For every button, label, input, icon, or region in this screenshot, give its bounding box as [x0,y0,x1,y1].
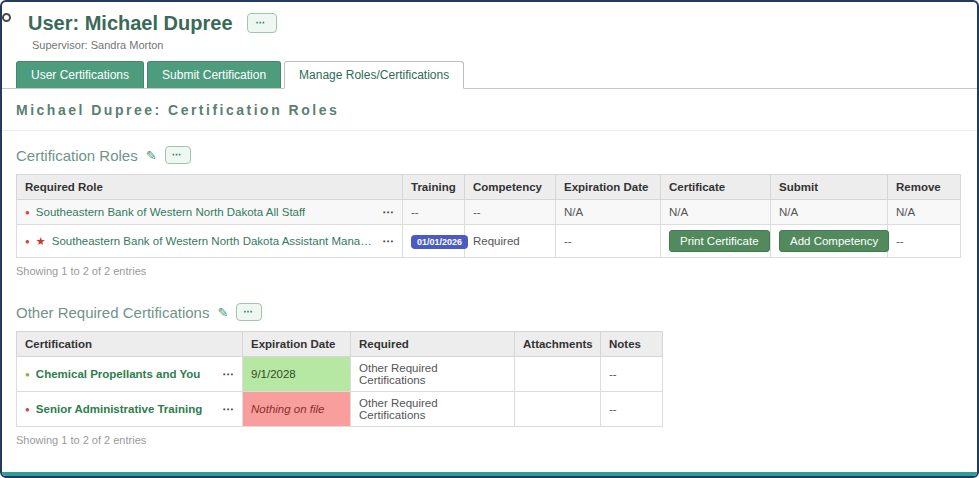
other-certifications-section-header: Other Required Certifications ✎ ⋯ [2,277,977,331]
other-entries-summary: Showing 1 to 2 of 2 entries [2,427,977,446]
remove-cell: N/A [888,200,961,225]
row-menu-ellipsis-icon[interactable]: ⋯ [223,402,235,416]
training-date-badge[interactable]: 01/01/2026 [411,235,468,249]
expiration-cell: -- [556,225,661,258]
table-header-row: Certification Expiration Date Required A… [17,332,663,357]
table-row: ● Senior Administrative Training ⋯ Nothi… [17,392,663,427]
anchor-circle-icon [2,13,11,22]
print-certificate-button[interactable]: Print Certificate [669,230,770,252]
star-icon: ★ [36,235,46,248]
status-dot-icon: ● [25,405,30,414]
ellipsis-icon: ⋯ [256,18,268,28]
status-dot-icon: ● [25,237,30,246]
certificate-cell: Print Certificate [661,225,771,258]
user-actions-menu-button[interactable]: ⋯ [247,13,277,33]
table-header-row: Required Role Training Competency Expira… [17,175,961,200]
edit-pencil-icon[interactable]: ✎ [217,305,228,320]
column-header-certificate: Certificate [661,175,771,200]
bottom-accent-bar [2,472,977,476]
column-header-attachments: Attachments [515,332,601,357]
training-cell: -- [403,200,465,225]
table-row: ● Southeastern Bank of Western North Dak… [17,200,961,225]
row-menu-ellipsis-icon[interactable]: ⋯ [223,367,235,381]
notes-cell: -- [601,357,663,392]
certification-roles-section-header: Certification Roles ✎ ⋯ [2,131,977,174]
certificate-cell: N/A [661,200,771,225]
status-dot-icon: ● [25,208,30,217]
add-competency-button[interactable]: Add Competency [779,230,889,252]
notes-cell: -- [601,392,663,427]
expiration-cell: N/A [556,200,661,225]
column-header-competency: Competency [465,175,556,200]
roles-entries-summary: Showing 1 to 2 of 2 entries [2,258,977,277]
expiration-cell: Nothing on file [243,392,351,427]
competency-cell: Required [465,225,556,258]
other-certifications-table: Certification Expiration Date Required A… [16,331,663,427]
submit-cell: N/A [771,200,888,225]
column-header-expiration-date: Expiration Date [556,175,661,200]
column-header-required-role: Required Role [17,175,403,200]
submit-cell: Add Competency [771,225,888,258]
certification-roles-table: Required Role Training Competency Expira… [16,174,961,258]
required-cell: Other Required Certifications [351,357,515,392]
column-header-expiration-date: Expiration Date [243,332,351,357]
user-certification-window: User: Michael Dupree ⋯ Supervisor: Sandr… [0,0,979,478]
column-header-required: Required [351,332,515,357]
table-row: ● Chemical Propellants and You ⋯ 9/1/202… [17,357,663,392]
table-row: ● ★ Southeastern Bank of Western North D… [17,225,961,258]
other-certifications-heading: Other Required Certifications [16,304,209,321]
column-header-training: Training [403,175,465,200]
supervisor-label: Supervisor: Sandra Morton [2,36,977,51]
page-title: Michael Dupree: Certification Roles [2,89,977,131]
attachments-cell [515,357,601,392]
competency-cell: -- [465,200,556,225]
row-menu-ellipsis-icon[interactable]: ⋯ [383,234,395,248]
required-cell: Other Required Certifications [351,392,515,427]
page-header: User: Michael Dupree ⋯ [2,2,977,36]
tab-manage-roles-certifications[interactable]: Manage Roles/Certifications [284,61,464,89]
tab-user-certifications[interactable]: User Certifications [16,61,144,88]
ellipsis-icon: ⋯ [243,307,255,317]
training-cell: 01/01/2026 [403,225,465,258]
page-header-title: User: Michael Dupree [28,10,233,36]
column-header-remove: Remove [888,175,961,200]
expiration-cell: 9/1/2028 [243,357,351,392]
certification-roles-heading: Certification Roles [16,147,138,164]
row-menu-ellipsis-icon[interactable]: ⋯ [383,205,395,219]
edit-pencil-icon[interactable]: ✎ [146,148,157,163]
certification-link[interactable]: Senior Administrative Training [36,403,202,415]
certification-link[interactable]: Chemical Propellants and You [36,368,200,380]
role-link[interactable]: Southeastern Bank of Western North Dakot… [36,206,305,218]
certification-roles-menu-button[interactable]: ⋯ [165,146,191,164]
column-header-notes: Notes [601,332,663,357]
status-dot-icon: ● [25,370,30,379]
remove-cell: -- [888,225,961,258]
role-link[interactable]: Southeastern Bank of Western North Dakot… [52,235,377,247]
tab-submit-certification[interactable]: Submit Certification [147,61,281,88]
other-certifications-menu-button[interactable]: ⋯ [236,303,262,321]
column-header-submit: Submit [771,175,888,200]
ellipsis-icon: ⋯ [172,150,184,160]
tab-bar: User Certifications Submit Certification… [2,51,977,89]
column-header-certification: Certification [17,332,243,357]
attachments-cell [515,392,601,427]
